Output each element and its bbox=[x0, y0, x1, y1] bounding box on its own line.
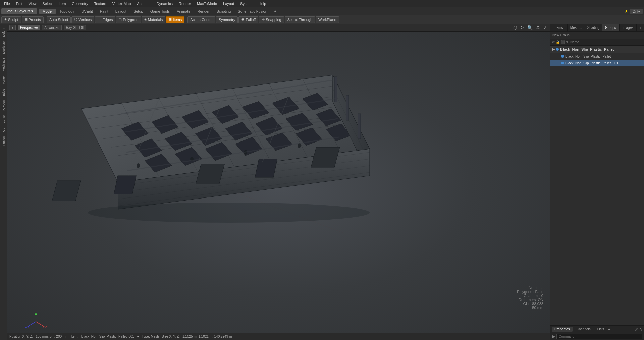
menu-geometry[interactable]: Geometry bbox=[69, 1, 91, 6]
tab-render[interactable]: Render bbox=[194, 9, 213, 14]
tab-game-tools[interactable]: Game Tools bbox=[147, 9, 173, 14]
vp-perspective-btn[interactable]: Perspective bbox=[18, 25, 40, 30]
props-tab-channels[interactable]: Channels bbox=[574, 327, 593, 332]
vp-refresh-icon[interactable]: ↻ bbox=[519, 25, 525, 31]
vertices-button[interactable]: ⬡ Vertices bbox=[71, 16, 94, 23]
right-panel: Items Mesh ... Shading Groups Images + N… bbox=[550, 24, 644, 340]
menu-select[interactable]: Select bbox=[40, 1, 55, 6]
layout-default[interactable]: Default Layouts ▾ bbox=[1, 8, 37, 14]
falloff-label: Falloff bbox=[246, 18, 256, 22]
menu-help[interactable]: Help bbox=[256, 1, 269, 6]
workplane-button[interactable]: WorkPlane bbox=[316, 16, 339, 23]
tab-layout[interactable]: Layout bbox=[112, 9, 130, 14]
menu-layout[interactable]: Layout bbox=[220, 1, 237, 6]
tab-topology[interactable]: Topology bbox=[56, 9, 77, 14]
cfg-col-icon: ⚙ bbox=[565, 40, 568, 44]
sidebar-tool-deform[interactable]: Deform bbox=[1, 25, 6, 39]
vp-advanced-btn[interactable]: Advanced bbox=[42, 25, 61, 30]
tab-uvedit[interactable]: UVEdit bbox=[78, 9, 96, 14]
type-label: Type: Mesh bbox=[142, 335, 159, 338]
menu-system[interactable]: System bbox=[237, 1, 255, 6]
edges-button[interactable]: ⟋ Edges bbox=[95, 16, 115, 23]
presets-button[interactable]: ⊞ Presets bbox=[22, 16, 44, 23]
symmetry-button[interactable]: Symmetry bbox=[216, 16, 238, 23]
menu-bar: File Edit View Select Item Geometry Text… bbox=[0, 0, 644, 7]
star-icon[interactable]: ★ bbox=[625, 9, 628, 14]
viewport-canvas[interactable]: X Y Z No Items Polygons : Face Channels:… bbox=[7, 32, 550, 340]
sidebar-tool-curve[interactable]: Curve bbox=[1, 113, 6, 125]
only-button[interactable]: Only bbox=[630, 9, 643, 14]
svg-point-57 bbox=[137, 163, 140, 168]
sidebar-tool-vertex[interactable]: Vertex bbox=[1, 74, 6, 87]
menu-view[interactable]: View bbox=[26, 1, 39, 6]
sidebar-tool-duplicate[interactable]: Duplicate bbox=[1, 39, 6, 56]
tab-paint[interactable]: Paint bbox=[97, 9, 112, 14]
polygons-label: Polygons bbox=[123, 18, 138, 22]
menu-vertex-map[interactable]: Vertex Map bbox=[110, 1, 134, 6]
new-group-label[interactable]: New Group bbox=[552, 33, 570, 37]
tab-animate[interactable]: Animate bbox=[173, 9, 194, 14]
tab-setup[interactable]: Setup bbox=[130, 9, 147, 14]
sidebar-tool-uv[interactable]: UV bbox=[1, 126, 6, 134]
sculpt-button[interactable]: ✦ Sculpt bbox=[1, 16, 21, 23]
scene-list-header: 👁 🔒 ⬛ ⚙ Name bbox=[550, 39, 644, 46]
viewport-header-right: ⬡ ↻ 🔍 ⚙ ⤢ bbox=[512, 25, 548, 31]
command-input[interactable] bbox=[556, 334, 642, 339]
vp-expand-btn[interactable]: ▸ bbox=[9, 25, 16, 30]
menu-dynamics[interactable]: Dynamics bbox=[154, 1, 175, 6]
rp-tab-images[interactable]: Images bbox=[620, 24, 637, 31]
falloff-button[interactable]: ◉ Falloff bbox=[238, 16, 258, 23]
tab-model[interactable]: Model bbox=[39, 9, 56, 14]
props-collapse-icon[interactable]: ⤡ bbox=[639, 327, 643, 332]
edges-icon: ⟋ bbox=[98, 18, 101, 22]
action-center-button[interactable]: Action Center bbox=[187, 16, 215, 23]
polygons-button[interactable]: ◻ Polygons bbox=[116, 16, 141, 23]
vp-search-icon[interactable]: 🔍 bbox=[526, 25, 534, 31]
scene-list[interactable]: ▶ Black_Non_Slip_Plastic_Pallet Black_No… bbox=[550, 46, 644, 325]
vertices-icon: ⬡ bbox=[74, 17, 77, 22]
vp-camera-icon[interactable]: ⬡ bbox=[512, 25, 518, 31]
select-through-button[interactable]: Select Through bbox=[285, 16, 315, 23]
vp-raygl-btn[interactable]: Ray GL: Off bbox=[64, 25, 86, 30]
vp-expand-icon[interactable]: ⤢ bbox=[542, 25, 548, 31]
size-value-text: 1.1025 m, 1.1021 m, 140.2249 mm bbox=[182, 335, 235, 338]
svg-text:Z: Z bbox=[25, 325, 27, 328]
rp-tab-items[interactable]: Items bbox=[550, 24, 568, 31]
auto-select-button[interactable]: Auto Select bbox=[47, 16, 71, 23]
menu-file[interactable]: File bbox=[1, 1, 13, 6]
props-tab-add[interactable]: + bbox=[608, 327, 610, 331]
items-button[interactable]: ⊟ Items bbox=[166, 16, 184, 23]
tab-add[interactable]: + bbox=[271, 9, 280, 14]
rp-tab-shading[interactable]: Shading bbox=[585, 24, 602, 31]
props-expand-icon[interactable]: ⤢ bbox=[635, 327, 638, 332]
items-label: Items bbox=[173, 18, 182, 22]
materials-button[interactable]: ◈ Materials bbox=[142, 16, 166, 23]
vp-settings-icon[interactable]: ⚙ bbox=[535, 25, 541, 31]
sidebar-tool-fusion[interactable]: Fusion bbox=[1, 134, 6, 148]
rp-tab-groups[interactable]: Groups bbox=[602, 24, 619, 31]
snapping-button[interactable]: ✛ Snapping bbox=[259, 16, 284, 23]
item-1-dot bbox=[561, 62, 564, 64]
tab-schematic-fusion[interactable]: Schematic Fusion bbox=[234, 9, 270, 14]
menu-texture[interactable]: Texture bbox=[92, 1, 109, 6]
scene-group-item[interactable]: ▶ Black_Non_Slip_Plastic_Pallet bbox=[550, 46, 644, 53]
scene-item-0[interactable]: Black_Non_Slip_Plastic_Pallet bbox=[550, 53, 644, 60]
rp-tab-mesh[interactable]: Mesh ... bbox=[568, 24, 585, 31]
scene-item-1[interactable]: Black_Non_Slip_Plastic_Pallet_001 bbox=[550, 60, 644, 66]
sidebar-tool-polygon[interactable]: Polygon bbox=[1, 98, 6, 113]
workplane-label: WorkPlane bbox=[318, 18, 336, 22]
gl-label: GL: 188,088 bbox=[517, 302, 543, 306]
sidebar-tool-edge[interactable]: Edge bbox=[1, 87, 6, 98]
rp-tab-add[interactable]: + bbox=[637, 24, 644, 31]
menu-edit[interactable]: Edit bbox=[13, 1, 25, 6]
menu-maxtomodo[interactable]: MaxToModo bbox=[194, 1, 220, 6]
props-tab-properties[interactable]: Properties bbox=[552, 327, 573, 332]
tab-scripting[interactable]: Scripting bbox=[213, 9, 234, 14]
menu-animate[interactable]: Animate bbox=[134, 1, 153, 6]
menu-render[interactable]: Render bbox=[176, 1, 194, 6]
props-tab-lists[interactable]: Lists bbox=[595, 327, 607, 332]
menu-item[interactable]: Item bbox=[56, 1, 68, 6]
left-sidebar: Deform Duplicate Mesh Edit Vertex Edge P… bbox=[0, 24, 7, 340]
sidebar-tool-mesh-edit[interactable]: Mesh Edit bbox=[1, 56, 6, 73]
viewport-area[interactable]: ▸ Perspective Advanced Ray GL: Off ⬡ ↻ 🔍… bbox=[7, 24, 550, 340]
